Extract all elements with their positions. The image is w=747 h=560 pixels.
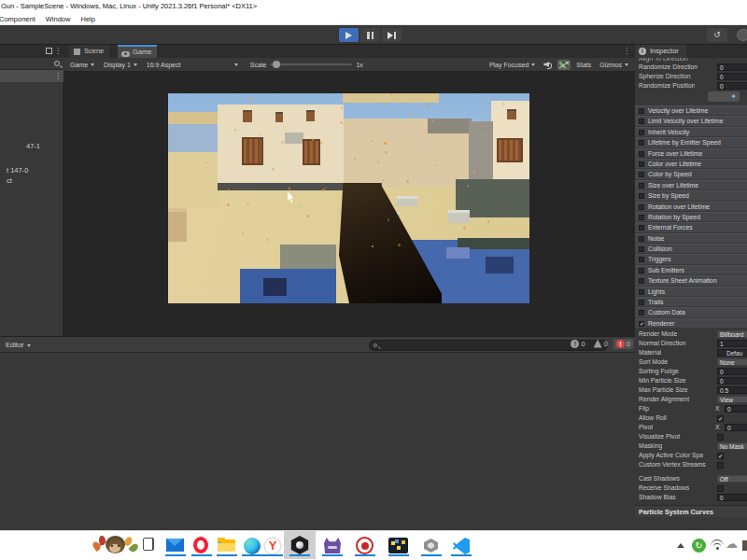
dropdown-field[interactable]: Off [717,475,747,483]
module-checkbox[interactable] [639,289,644,295]
module-checkbox[interactable] [639,140,644,146]
pause-button[interactable] [360,28,380,42]
module-row-rotation-over-lifetime[interactable]: Rotation over Lifetime [635,202,747,211]
module-row-color-by-speed[interactable]: Color by Speed [635,169,747,178]
gizmos-dropdown[interactable]: Gizmos [597,61,631,69]
tab-scene[interactable]: Scene [69,45,109,58]
search-icon[interactable] [54,61,60,66]
module-row-limit-velocity-over-lifetime[interactable]: Limit Velocity over Lifetime [635,116,747,125]
module-checkbox[interactable] [639,151,644,157]
module-checkbox[interactable] [639,246,644,252]
module-checkbox[interactable] [639,268,644,273]
level-grid-app-icon[interactable] [388,534,410,556]
checkbox[interactable] [717,485,724,492]
console-editor-dropdown[interactable]: Editor [6,337,31,353]
module-checkbox[interactable] [639,225,644,231]
dropdown-field[interactable]: View [717,396,747,403]
vscode-icon[interactable] [450,534,472,556]
module-row-custom-data[interactable]: Custom Data [635,307,747,316]
panel-menu-icon[interactable]: ⋮ [54,45,62,57]
module-row-noise[interactable]: Noise [635,233,747,243]
module-checkbox[interactable] [639,130,644,135]
opera-browser-icon[interactable] [190,534,213,556]
module-row-force-over-lifetime[interactable]: Force over Lifetime [635,148,747,158]
undo-history-button[interactable]: ↺ [707,28,727,42]
module-row-inherit-velocity[interactable]: Inherit Velocity [635,127,747,136]
game-render-viewport[interactable] [168,93,529,303]
module-checkbox[interactable] [639,236,644,242]
dropdown-field[interactable]: Billboard [717,330,747,338]
cat-app-icon[interactable] [321,534,344,556]
module-row-color-over-lifetime[interactable]: Color over Lifetime [635,159,747,168]
module-row-collision[interactable]: Collision [635,244,747,253]
task-view-button[interactable] [142,534,157,556]
tray-sync-icon[interactable]: ↻ [692,539,706,553]
module-checkbox[interactable] [639,119,644,124]
value-field[interactable]: 0 [725,405,747,413]
value-field[interactable]: 0 [717,494,747,501]
checkbox[interactable]: ✓ [717,415,724,422]
module-row-triggers[interactable]: Triggers [635,254,747,263]
module-checkbox[interactable] [639,108,644,114]
dropdown-field[interactable]: None [717,358,747,366]
left-panel-header-row[interactable]: ⋮ [0,70,63,82]
module-row-texture-sheet-animation[interactable]: Texture Sheet Animation [635,275,747,285]
game-mode-dropdown[interactable]: Game [67,61,97,69]
stats-button[interactable]: Stats [576,62,591,68]
value-field[interactable]: 0 [725,424,747,431]
yandex-browser-icon[interactable]: Y [261,534,284,556]
particle-editor-button[interactable] [708,91,740,102]
value-field[interactable]: 0 [717,377,747,385]
mute-audio-icon[interactable] [543,61,552,69]
mail-app-icon[interactable] [164,534,187,556]
value-field[interactable]: 0 [717,82,747,90]
dropdown-field[interactable]: No Mask [717,442,747,450]
module-row-sub-emitters[interactable]: Sub Emitters [635,265,747,274]
tab-inspector[interactable]: iInspector [635,45,686,58]
module-row-rotation-by-speed[interactable]: Rotation by Speed [635,212,747,221]
dock-icon[interactable] [46,48,52,54]
module-checkbox[interactable]: ✓ [639,321,644,327]
module-row-renderer[interactable]: ✓Renderer [635,318,747,328]
account-icon[interactable] [737,29,747,41]
tab-game[interactable]: Game [118,45,157,58]
module-checkbox[interactable] [639,161,644,167]
unity-hub-icon[interactable] [289,534,311,556]
menu-component[interactable]: Component [0,15,35,23]
file-explorer-icon[interactable] [216,534,238,556]
object-field[interactable]: Defau [717,349,747,357]
module-checkbox[interactable] [639,193,644,199]
module-checkbox[interactable] [639,204,644,210]
checkbox[interactable]: ✓ [717,453,724,459]
hierarchy-item-fragment[interactable]: ct [7,176,12,185]
module-row-size-by-speed[interactable]: Size by Speed [635,190,747,200]
menu-help[interactable]: Help [80,15,94,23]
value-field[interactable]: 0.5 [717,386,747,394]
error-count-badge[interactable]: !0 [613,339,633,349]
hierarchy-item-fragment[interactable]: t 147-0 [7,166,28,175]
module-checkbox[interactable] [639,300,644,305]
module-row-velocity-over-lifetime[interactable]: Velocity over Lifetime [635,105,747,115]
menu-window[interactable]: Window [46,15,71,23]
tray-expand-chevron-icon[interactable] [677,543,684,548]
module-checkbox[interactable] [639,172,644,177]
recorder-app-icon[interactable] [354,534,376,556]
value-field[interactable]: 0 [717,73,747,80]
play-focused-dropdown[interactable]: Play Focused [486,61,538,69]
row-menu-icon[interactable]: ⋮ [54,70,62,82]
tray-onedrive-icon[interactable]: ☁ [726,537,738,551]
module-row-lights[interactable]: Lights [635,287,747,296]
module-checkbox[interactable] [639,215,644,220]
value-field[interactable]: 1 [717,340,747,347]
module-row-trails[interactable]: Trails [635,297,747,306]
value-field[interactable]: 0 [717,368,747,375]
vsync-toggle-icon[interactable] [557,60,571,70]
aspect-dropdown[interactable]: 16:9 Aspect [144,61,241,69]
info-count-badge[interactable]: !0 [568,339,587,349]
hierarchy-item-fragment[interactable]: 47-1 [26,142,40,150]
warning-count-badge[interactable]: 0 [591,339,611,349]
step-button[interactable] [382,28,402,42]
panel-menu-icon[interactable]: ⋮ [623,45,630,58]
tray-wifi-icon[interactable] [711,539,724,551]
news-widget-hedgehog[interactable] [93,534,138,556]
